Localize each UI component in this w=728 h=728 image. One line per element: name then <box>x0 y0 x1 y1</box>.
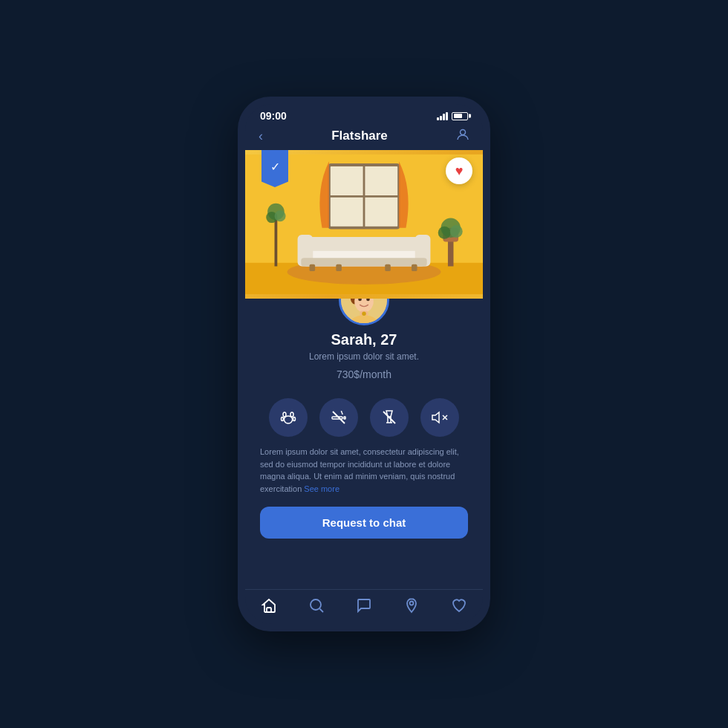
phone-screen: 09:00 ‹ Flatshare <box>245 104 483 624</box>
svg-point-33 <box>362 312 365 316</box>
profile-button[interactable] <box>456 128 469 144</box>
nav-home[interactable] <box>261 597 277 614</box>
no-alcohol-preference[interactable] <box>370 398 409 437</box>
nav-location[interactable] <box>403 597 420 614</box>
svg-line-41 <box>383 412 395 423</box>
no-noise-preference[interactable] <box>420 398 459 437</box>
room-image: ✓ ♥ <box>245 150 483 299</box>
svg-rect-9 <box>301 237 426 251</box>
user-name: Sarah, 27 <box>331 331 397 348</box>
price-unit: /month <box>360 368 391 380</box>
svg-rect-13 <box>310 264 316 271</box>
svg-rect-21 <box>448 238 454 267</box>
description-text: Lorem ipsum dolor sit amet, consectetur … <box>245 446 483 504</box>
bottom-navigation <box>245 589 483 624</box>
heart-icon: ♥ <box>455 163 464 179</box>
request-chat-button[interactable]: Request to chat <box>260 507 468 539</box>
svg-rect-14 <box>336 264 342 271</box>
svg-point-25 <box>450 225 463 238</box>
check-icon: ✓ <box>270 160 280 174</box>
svg-point-24 <box>438 227 451 239</box>
pets-preference[interactable] <box>269 398 308 437</box>
status-bar: 09:00 <box>245 104 483 125</box>
status-icons <box>437 111 468 120</box>
header-title: Flatshare <box>331 129 388 143</box>
profile-section: Sarah, 27 Lorem ipsum dolor sit amet. 73… <box>245 299 483 389</box>
no-smoking-preference[interactable] <box>319 398 358 437</box>
svg-point-48 <box>410 602 414 605</box>
nav-favorites[interactable] <box>451 597 467 614</box>
nav-search[interactable] <box>308 597 325 614</box>
svg-rect-12 <box>301 258 426 266</box>
nav-chat[interactable] <box>356 597 372 614</box>
user-bio: Lorem ipsum dolor sit amet. <box>309 351 419 362</box>
svg-point-37 <box>293 417 296 421</box>
svg-point-0 <box>461 130 466 135</box>
svg-point-36 <box>282 417 284 421</box>
favorite-button[interactable]: ♥ <box>446 157 472 184</box>
svg-marker-42 <box>432 412 439 423</box>
svg-point-46 <box>311 599 321 610</box>
svg-line-47 <box>320 609 324 613</box>
user-price: 730$/month <box>337 366 391 382</box>
see-more-link[interactable]: See more <box>304 484 339 493</box>
battery-icon <box>452 112 468 120</box>
app-header: ‹ Flatshare <box>245 125 483 150</box>
svg-point-20 <box>275 210 286 221</box>
signal-icon <box>437 111 448 120</box>
status-time: 09:00 <box>260 110 287 122</box>
scroll-content: Sarah, 27 Lorem ipsum dolor sit amet. 73… <box>245 299 483 589</box>
avatar <box>339 299 389 325</box>
svg-rect-45 <box>267 608 271 612</box>
svg-rect-39 <box>344 417 345 419</box>
bookmark-badge[interactable]: ✓ <box>261 150 288 187</box>
phone-frame: 09:00 ‹ Flatshare <box>238 97 490 631</box>
svg-rect-16 <box>412 264 417 271</box>
preferences-row <box>257 398 471 437</box>
back-button[interactable]: ‹ <box>259 129 263 144</box>
svg-rect-15 <box>385 264 391 271</box>
